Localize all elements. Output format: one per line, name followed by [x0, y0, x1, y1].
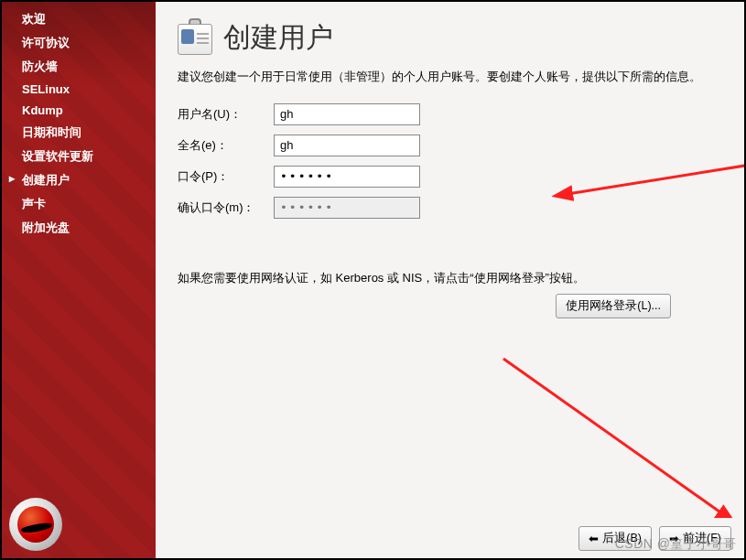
sidebar-item-sound[interactable]: 声卡	[2, 192, 156, 216]
network-login-button[interactable]: 使用网络登录(L)...	[556, 294, 671, 318]
id-badge-icon	[178, 18, 214, 57]
sidebar-item-welcome[interactable]: 欢迎	[2, 7, 156, 31]
sidebar-item-create-user[interactable]: 创建用户	[2, 168, 156, 192]
username-label: 用户名(U)：	[178, 106, 274, 123]
page-title: 创建用户	[223, 19, 333, 57]
distro-logo	[9, 498, 62, 551]
sidebar-item-updates[interactable]: 设置软件更新	[2, 145, 156, 168]
fedora-hat-icon	[17, 506, 54, 543]
sidebar-item-license[interactable]: 许可协议	[2, 31, 156, 55]
password-input[interactable]	[274, 166, 420, 188]
sidebar-item-kdump[interactable]: Kdump	[2, 100, 156, 121]
arrow-left-icon: ⬅	[589, 532, 599, 545]
confirm-password-label: 确认口令(m)：	[178, 199, 274, 216]
sidebar-item-cdrom[interactable]: 附加光盘	[2, 216, 156, 240]
sidebar-item-firewall[interactable]: 防火墙	[2, 55, 156, 79]
confirm-password-input[interactable]	[274, 197, 420, 219]
username-input[interactable]	[274, 103, 420, 125]
svg-line-1	[503, 359, 723, 514]
page-header: 创建用户	[178, 18, 722, 57]
fullname-input[interactable]	[274, 135, 420, 156]
main-panel: 创建用户 建议您创建一个用于日常使用（非管理）的个人用户账号。要创建个人账号，提…	[156, 2, 744, 558]
sidebar: 欢迎 许可协议 防火墙 SELinux Kdump 日期和时间 设置软件更新 创…	[2, 2, 156, 558]
network-login-button-label: 使用网络登录(L)...	[566, 298, 661, 314]
sidebar-item-datetime[interactable]: 日期和时间	[2, 121, 156, 145]
watermark-text: CSDN @篁子小哥哥	[615, 536, 737, 553]
network-login-note: 如果您需要使用网络认证，如 Kerberos 或 NIS，请点击“使用网络登录”…	[178, 270, 722, 286]
intro-text: 建议您创建一个用于日常使用（非管理）的个人用户账号。要创建个人账号，提供以下所需…	[178, 68, 722, 87]
annotation-arrow-bottom	[476, 350, 746, 533]
fullname-label: 全名(e)：	[178, 137, 274, 154]
sidebar-item-selinux[interactable]: SELinux	[2, 79, 156, 100]
password-label: 口令(P)：	[178, 168, 274, 185]
